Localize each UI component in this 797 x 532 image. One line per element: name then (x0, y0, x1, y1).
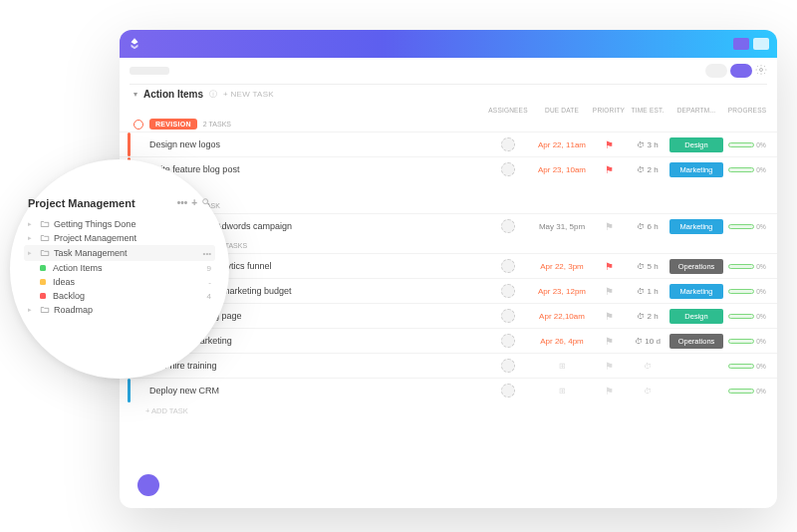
task-row[interactable]: Design new logos Apr 22, 11am ⚑ ⏱ 3 h De… (120, 132, 777, 156)
time-est[interactable]: ⏱ 1 h (628, 287, 667, 296)
time-est[interactable]: ⏱ 5 h (628, 262, 667, 271)
assignee-avatar[interactable] (501, 309, 515, 323)
add-task-button[interactable]: + ADD TASK (120, 402, 777, 419)
dept-tag[interactable]: Marketing (669, 162, 723, 177)
view-toggle-on[interactable] (730, 64, 752, 78)
time-est-empty[interactable]: ⏱ (628, 362, 667, 371)
due-date-empty[interactable]: ⊞ (534, 387, 590, 396)
window-btn-1[interactable] (733, 38, 749, 50)
chevron-right-icon[interactable]: ▸ (28, 249, 36, 257)
col-progress: PROGRESS (725, 104, 769, 117)
assignee-avatar[interactable] (501, 284, 515, 298)
priority-flag-icon[interactable]: ⚑ (590, 164, 628, 175)
dept-tag[interactable]: Marketing (669, 284, 723, 299)
search-icon[interactable] (201, 197, 211, 209)
assignee-avatar[interactable] (501, 259, 515, 273)
priority-flag-icon[interactable]: ⚑ (590, 139, 628, 150)
list-color-icon (40, 293, 46, 299)
chevron-right-icon[interactable]: ▸ (28, 306, 36, 314)
collapse-icon[interactable]: ▾ (133, 90, 137, 99)
col-priority: PRIORITY (590, 104, 628, 117)
task-name[interactable]: Deploy new CRM (147, 386, 482, 396)
priority-flag-icon[interactable]: ⚑ (590, 286, 628, 297)
time-est[interactable]: ⏱ 2 h (628, 312, 667, 321)
assignee-avatar[interactable] (501, 384, 515, 398)
progress[interactable]: 0% (725, 288, 769, 295)
dept-tag[interactable]: Operations (669, 334, 723, 349)
progress[interactable]: 0% (725, 141, 769, 148)
gear-icon[interactable] (755, 64, 767, 76)
due-date-empty[interactable]: ⊞ (534, 362, 590, 371)
priority-flag-icon[interactable]: ⚑ (590, 336, 628, 347)
progress[interactable]: 0% (725, 263, 769, 270)
view-toggle-off[interactable] (705, 64, 727, 78)
progress[interactable]: 0% (725, 388, 769, 395)
chevron-right-icon[interactable]: ▸ (28, 220, 36, 228)
task-row[interactable]: Write feature blog post Apr 23, 10am ⚑ ⏱… (120, 156, 777, 181)
task-row[interactable]: Deploy new CRM ⊞ ⚑ ⏱ 0% (120, 378, 777, 402)
due-date[interactable]: Apr 23, 12pm (534, 287, 590, 296)
task-row[interactable]: Hire VP of marketing Apr 26, 4pm ⚑ ⏱ 10 … (120, 328, 777, 353)
priority-flag-icon[interactable]: ⚑ (590, 221, 628, 232)
add-icon[interactable]: + (191, 197, 197, 209)
new-task-button[interactable]: + NEW TASK (223, 90, 274, 99)
time-est[interactable]: ⏱ 6 h (628, 222, 667, 231)
sidebar-item[interactable]: ▸Project Management (28, 231, 211, 245)
time-est[interactable]: ⏱ 2 h (628, 165, 667, 174)
item-count: 4 (207, 292, 211, 301)
assignee-avatar[interactable] (501, 334, 515, 348)
due-date[interactable]: Apr 22, 11am (534, 140, 590, 149)
breadcrumb-placeholder (130, 67, 169, 75)
col-timeest: TIME EST. (628, 104, 667, 117)
status-pill[interactable]: REVISION (149, 119, 197, 130)
window-btn-2[interactable] (753, 38, 769, 50)
priority-flag-icon[interactable]: ⚑ (590, 361, 628, 372)
titlebar (120, 30, 777, 58)
task-name[interactable]: Write feature blog post (147, 164, 482, 174)
due-date[interactable]: Apr 22,10am (534, 312, 590, 321)
sidebar-item[interactable]: ▸Task Management••• (24, 245, 215, 261)
dept-tag[interactable]: Operations (669, 259, 723, 274)
sidebar-item-label: Roadmap (54, 305, 93, 315)
priority-flag-icon[interactable]: ⚑ (590, 311, 628, 322)
sidebar-item-label: Backlog (53, 291, 85, 301)
task-name[interactable]: Design new logos (147, 139, 482, 149)
assignee-avatar[interactable] (501, 137, 515, 151)
chevron-right-icon[interactable]: ▸ (28, 234, 36, 242)
more-icon[interactable]: ••• (203, 249, 211, 258)
due-date[interactable]: Apr 26, 4pm (534, 337, 590, 346)
status-dot-icon[interactable] (133, 120, 143, 130)
progress[interactable]: 0% (725, 363, 769, 370)
task-name[interactable]: New hire training (147, 361, 482, 371)
assignee-avatar[interactable] (501, 162, 515, 176)
time-est[interactable]: ⏱ 10 d (628, 337, 667, 346)
due-date[interactable]: Apr 23, 10am (534, 165, 590, 174)
time-est-empty[interactable]: ⏱ (628, 387, 667, 396)
progress[interactable]: 0% (725, 223, 769, 230)
priority-flag-icon[interactable]: ⚑ (590, 261, 628, 272)
more-icon[interactable]: ••• (177, 197, 188, 209)
sidebar-item-label: Ideas (53, 277, 75, 287)
sidebar-item[interactable]: Backlog4 (28, 289, 211, 303)
add-task-button[interactable]: + ADD TASK (120, 181, 777, 198)
progress[interactable]: 0% (725, 166, 769, 173)
chat-icon[interactable] (137, 474, 159, 496)
assignee-avatar[interactable] (501, 219, 515, 233)
sidebar-item[interactable]: ▸Roadmap (28, 303, 211, 317)
dept-tag[interactable]: Design (669, 309, 723, 324)
sidebar-item[interactable]: Ideas- (28, 275, 211, 289)
progress[interactable]: 0% (725, 313, 769, 320)
svg-point-1 (203, 199, 208, 204)
assignee-avatar[interactable] (501, 359, 515, 373)
task-row[interactable]: New hire training ⊞ ⚑ ⏱ 0% (120, 353, 777, 378)
due-date[interactable]: May 31, 5pm (534, 222, 590, 231)
info-icon[interactable]: ⓘ (209, 89, 217, 100)
sidebar-item[interactable]: Action Items9 (28, 261, 211, 275)
progress[interactable]: 0% (725, 338, 769, 345)
priority-flag-icon[interactable]: ⚑ (590, 386, 628, 397)
dept-tag[interactable]: Marketing (669, 219, 723, 234)
sidebar-item[interactable]: ▸Getting Things Done (28, 217, 211, 231)
dept-tag[interactable]: Design (669, 137, 723, 152)
due-date[interactable]: Apr 22, 3pm (534, 262, 590, 271)
time-est[interactable]: ⏱ 3 h (628, 140, 667, 149)
